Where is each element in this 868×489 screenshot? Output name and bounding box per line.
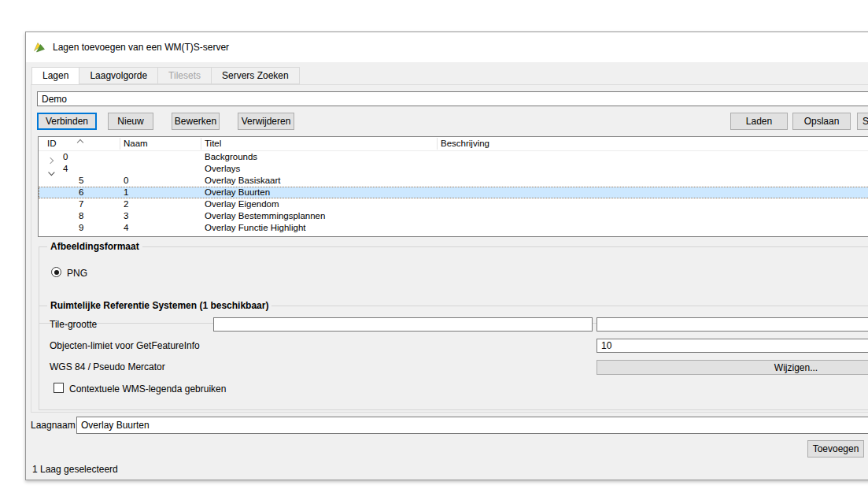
contextual-legend-checkbox[interactable] [54,383,64,393]
cell-id: 4 [63,163,68,175]
layers-table-body: 0 Backgrounds 4 Overlays 5 0 Overlay Bas… [39,151,868,234]
table-row[interactable]: 8 3 Overlay Bestemmingsplannen [39,210,868,222]
table-row[interactable]: 9 4 Overlay Functie Highlight [39,222,868,234]
delete-button-label: Verwijderen [242,116,291,127]
new-button[interactable]: Nieuw [108,113,153,130]
status-text: 1 Laag geselecteerd [32,464,118,475]
layer-name-value: Overlay Buurten [81,420,150,431]
feature-limit-value: 10 [601,340,611,351]
server-connection-value: Demo [42,94,67,105]
cell-id: 6 [79,187,83,198]
table-row[interactable]: 5 0 Overlay Basiskaart [39,175,868,187]
add-default-servers-button[interactable]: S [857,113,868,130]
image-format-group-title: Afbeeldingsformaat [47,241,142,252]
save-button-label: Opslaan [804,116,840,127]
layers-table[interactable]: ID Naam Titel Beschrijving 0 Backgrounds… [38,136,868,237]
tab-strip: Lagen Laagvolgorde Tilesets Servers Zoek… [31,67,299,85]
column-header-id[interactable]: ID [47,139,57,148]
load-button[interactable]: Laden [730,113,788,130]
cell-naam: 3 [124,210,128,222]
table-row[interactable]: 7 2 Overlay Eigendom [39,198,868,210]
edit-button-label: Bewerken [175,116,216,127]
cell-titel: Overlay Basiskaart [205,175,281,187]
tile-height-input[interactable] [597,317,868,332]
contextual-legend-label: Contextuele WMS-legenda gebruiken [69,383,226,395]
layers-table-header: ID Naam Titel Beschrijving [39,137,868,151]
cell-titel: Backgrounds [205,151,257,163]
tile-width-input[interactable] [213,317,593,332]
delete-button[interactable]: Verwijderen [238,113,294,130]
add-layers-button-label: Toevoegen [813,443,859,454]
connect-button[interactable]: Verbinden [37,113,97,130]
cell-id: 5 [79,175,83,187]
sort-ascending-icon [77,139,83,146]
wms-layers-dialog: Lagen toevoegen van een WM(T)S-server La… [25,31,868,480]
tab-servers-zoeken[interactable]: Servers Zoeken [211,67,300,84]
cell-naam: 4 [124,222,128,234]
layer-name-input[interactable]: Overlay Buurten [76,417,868,434]
cell-id: 8 [79,210,83,222]
feature-limit-label: Objecten-limiet voor GetFeatureInfo [50,340,200,351]
cell-titel: Overlays [205,163,240,175]
save-button[interactable]: Opslaan [792,113,851,130]
add-layers-button[interactable]: Toevoegen [807,440,864,458]
cell-id: 7 [79,198,83,210]
server-connection-combobox[interactable]: Demo [37,91,868,106]
cell-naam: 1 [124,187,128,198]
load-button-label: Laden [746,116,772,127]
column-header-titel[interactable]: Titel [205,139,221,148]
qgis-icon [33,41,46,54]
column-header-naam[interactable]: Naam [124,139,148,148]
cell-id: 0 [63,151,68,163]
cell-titel: Overlay Bestemmingsplannen [205,210,325,222]
table-row[interactable]: 4 Overlays [39,163,868,175]
new-button-label: Nieuw [117,116,143,127]
cell-titel: Overlay Eigendom [205,198,279,210]
cell-naam: 0 [124,175,128,187]
table-row-selected[interactable]: 6 1 Overlay Buurten [39,187,868,198]
title-bar[interactable]: Lagen toevoegen van een WM(T)S-server [26,32,868,62]
png-radio[interactable] [51,267,61,277]
tab-lagen[interactable]: Lagen [31,67,79,85]
cell-naam: 2 [124,198,128,210]
crs-name-label: WGS 84 / Pseudo Mercator [50,361,165,372]
connect-button-label: Verbinden [46,116,88,127]
add-default-servers-button-label: S [862,116,868,127]
layer-name-label: Laagnaam [31,420,76,431]
png-radio-label: PNG [67,268,87,279]
crs-group-title: Ruimtelijke Referentie Systemen (1 besch… [47,300,271,311]
column-header-beschrijving[interactable]: Beschrijving [441,139,489,148]
change-crs-button-label: Wijzigen... [774,362,818,373]
table-row[interactable]: 0 Backgrounds [39,151,868,163]
tab-tilesets: Tilesets [157,67,212,84]
feature-limit-input[interactable]: 10 [597,339,868,353]
tile-size-label: Tile-grootte [50,319,97,330]
window-title: Lagen toevoegen van een WM(T)S-server [53,42,229,53]
change-crs-button[interactable]: Wijzigen... [597,360,868,375]
cell-id: 9 [79,222,83,234]
cell-titel: Overlay Buurten [205,187,270,198]
tab-laagvolgorde[interactable]: Laagvolgorde [79,67,158,84]
cell-titel: Overlay Functie Highlight [205,222,305,234]
edit-button[interactable]: Bewerken [172,113,220,130]
